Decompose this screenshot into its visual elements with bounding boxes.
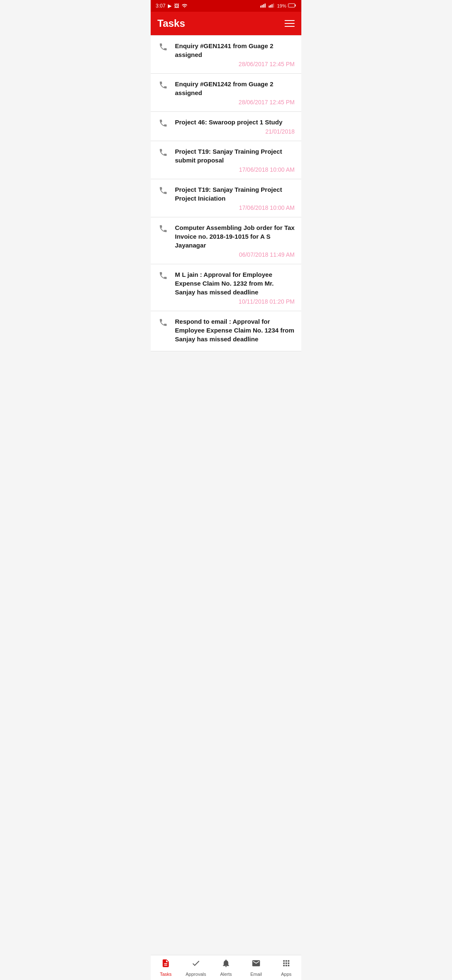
task-content: Project T19: Sanjay Training Project Pro…	[175, 185, 295, 211]
svg-rect-2	[263, 4, 264, 8]
task-content: Project 46: Swaroop project 1 Study 21/0…	[175, 118, 295, 135]
task-date: 21/01/2018	[175, 128, 295, 135]
status-bar: 3:07 ▶ 🖼 19%	[151, 0, 301, 12]
task-date: 17/06/2018 10:00 AM	[175, 166, 295, 173]
menu-button[interactable]	[285, 20, 295, 27]
phone-icon	[157, 119, 169, 130]
task-item[interactable]: M L jain : Approval for Employee Expense…	[151, 264, 301, 311]
phone-icon	[157, 186, 169, 198]
phone-icon	[157, 42, 169, 54]
phone-icon	[157, 271, 169, 283]
task-list: Enquiry #GEN1241 from Guage 2 assigned 2…	[151, 35, 301, 351]
task-title: Project T19: Sanjay Training Project sub…	[175, 147, 295, 165]
task-date: 06/07/2018 11:49 AM	[175, 251, 295, 258]
task-title: Enquiry #GEN1242 from Guage 2 assigned	[175, 80, 295, 97]
task-date: 17/06/2018 10:00 AM	[175, 204, 295, 211]
youtube-icon: ▶	[168, 3, 172, 9]
task-date: 28/06/2017 12:45 PM	[175, 61, 295, 67]
task-item[interactable]: Enquiry #GEN1241 from Guage 2 assigned 2…	[151, 35, 301, 74]
wifi-icon	[182, 3, 187, 9]
task-date: 28/06/2017 12:45 PM	[175, 99, 295, 106]
task-title: M L jain : Approval for Employee Expense…	[175, 270, 295, 297]
status-right: 19%	[260, 3, 296, 9]
svg-rect-7	[273, 3, 274, 8]
task-item[interactable]: Respond to email : Approval for Employee…	[151, 311, 301, 351]
app-bar: Tasks	[151, 12, 301, 35]
task-item[interactable]: Project 46: Swaroop project 1 Study 21/0…	[151, 112, 301, 141]
svg-rect-1	[262, 5, 262, 8]
svg-rect-5	[270, 5, 271, 8]
task-title: Computer Assembling Job order for Tax In…	[175, 223, 295, 250]
task-item[interactable]: Project T19: Sanjay Training Project Pro…	[151, 179, 301, 217]
task-content: Enquiry #GEN1242 from Guage 2 assigned 2…	[175, 80, 295, 106]
task-content: Respond to email : Approval for Employee…	[175, 317, 295, 345]
task-item[interactable]: Enquiry #GEN1242 from Guage 2 assigned 2…	[151, 74, 301, 112]
svg-rect-10	[288, 4, 290, 7]
task-date: 10/11/2018 01:20 PM	[175, 298, 295, 305]
task-content: Project T19: Sanjay Training Project sub…	[175, 147, 295, 173]
task-title: Enquiry #GEN1241 from Guage 2 assigned	[175, 41, 295, 59]
time: 3:07	[156, 3, 165, 9]
page-title: Tasks	[157, 18, 185, 29]
svg-rect-0	[260, 6, 261, 8]
status-left: 3:07 ▶ 🖼	[156, 3, 187, 9]
svg-rect-9	[295, 5, 295, 6]
task-title: Project 46: Swaroop project 1 Study	[175, 118, 295, 126]
task-content: M L jain : Approval for Employee Expense…	[175, 270, 295, 305]
signal-icon	[260, 3, 267, 9]
task-title: Project T19: Sanjay Training Project Pro…	[175, 185, 295, 203]
task-content: Computer Assembling Job order for Tax In…	[175, 223, 295, 258]
phone-icon	[157, 80, 169, 92]
svg-rect-6	[272, 4, 272, 8]
task-content: Enquiry #GEN1241 from Guage 2 assigned 2…	[175, 41, 295, 67]
task-item[interactable]: Computer Assembling Job order for Tax In…	[151, 217, 301, 264]
battery-icon	[288, 3, 296, 9]
battery-percent: 19%	[277, 3, 286, 8]
image-icon: 🖼	[174, 3, 179, 9]
task-list-container: Enquiry #GEN1241 from Guage 2 assigned 2…	[151, 35, 301, 378]
phone-icon	[157, 224, 169, 236]
task-item[interactable]: Project T19: Sanjay Training Project sub…	[151, 141, 301, 179]
signal-icon-2	[269, 3, 275, 9]
phone-icon	[157, 318, 169, 330]
task-title: Respond to email : Approval for Employee…	[175, 317, 295, 343]
svg-rect-4	[269, 6, 270, 8]
phone-icon	[157, 148, 169, 160]
svg-rect-3	[265, 3, 265, 8]
